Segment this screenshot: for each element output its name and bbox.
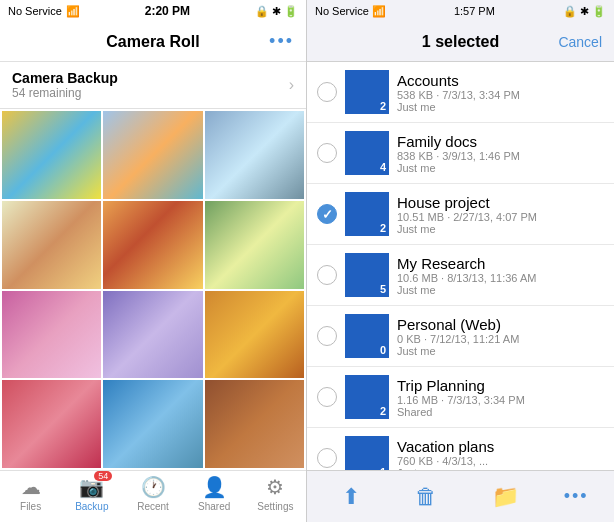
right-toolbar: ⬆ 🗑 📁 ••• — [307, 470, 614, 522]
more-dots-button[interactable]: ••• — [269, 31, 294, 52]
bluetooth-icon: ✱ — [272, 5, 281, 18]
folder-icon-personal-web: 0 — [345, 314, 389, 358]
cancel-button[interactable]: Cancel — [558, 34, 602, 50]
folder-count: 1 — [380, 466, 386, 470]
folder-name: Personal (Web) — [397, 316, 604, 333]
folder-owner: Just me — [397, 284, 604, 296]
tab-backup-label: Backup — [75, 501, 108, 512]
folder-name: My Research — [397, 255, 604, 272]
right-bluetooth-icon: ✱ — [580, 5, 589, 17]
backup-title: Camera Backup — [12, 70, 118, 86]
folder-radio-accounts[interactable] — [317, 82, 337, 102]
right-no-service-label: No Service — [315, 5, 369, 17]
folder-list-item[interactable]: 2Accounts538 KB · 7/3/13, 3:34 PMJust me — [307, 62, 614, 123]
tab-files-label: Files — [20, 501, 41, 512]
folder-radio-vacation-plans[interactable] — [317, 448, 337, 468]
settings-icon: ⚙ — [266, 475, 284, 499]
battery-icon: 🔋 — [284, 5, 298, 18]
lock-icon: 🔒 — [255, 5, 269, 18]
tab-settings[interactable]: ⚙ Settings — [245, 475, 306, 512]
photo-cell[interactable] — [205, 380, 304, 468]
move-button[interactable]: 📁 — [482, 480, 529, 514]
folder-count: 2 — [380, 100, 386, 112]
photo-cell[interactable] — [103, 201, 202, 289]
shared-icon: 👤 — [202, 475, 227, 499]
tab-settings-label: Settings — [257, 501, 293, 512]
folder-list-item[interactable]: 1Vacation plans760 KB · 4/3/13, ...Just … — [307, 428, 614, 470]
tab-shared[interactable]: 👤 Shared — [184, 475, 245, 512]
backup-row[interactable]: Camera Backup 54 remaining › — [0, 62, 306, 109]
right-status-right: 🔒 ✱ 🔋 — [563, 5, 606, 18]
folder-list-item[interactable]: 2Trip Planning1.16 MB · 7/3/13, 3:34 PMS… — [307, 367, 614, 428]
backup-badge: 54 — [94, 471, 112, 481]
folder-owner: Just me — [397, 101, 604, 113]
photo-cell[interactable] — [2, 380, 101, 468]
folder-owner: Shared — [397, 406, 604, 418]
folder-info: Personal (Web)0 KB · 7/12/13, 11:21 AMJu… — [397, 316, 604, 357]
recent-icon: 🕐 — [141, 475, 166, 499]
folder-info: Vacation plans760 KB · 4/3/13, ...Just m… — [397, 438, 604, 471]
folder-radio-personal-web[interactable] — [317, 326, 337, 346]
right-panel: No Service 📶 1:57 PM 🔒 ✱ 🔋 1 selected Ca… — [307, 0, 614, 522]
folder-meta: 1.16 MB · 7/3/13, 3:34 PM — [397, 394, 604, 406]
share-button[interactable]: ⬆ — [332, 480, 370, 514]
folder-radio-family-docs[interactable] — [317, 143, 337, 163]
folder-meta: 538 KB · 7/3/13, 3:34 PM — [397, 89, 604, 101]
folder-list-item[interactable]: 5My Research10.6 MB · 8/13/13, 11:36 AMJ… — [307, 245, 614, 306]
folder-meta: 10.51 MB · 2/27/13, 4:07 PM — [397, 211, 604, 223]
tab-shared-label: Shared — [198, 501, 230, 512]
photo-cell[interactable] — [205, 201, 304, 289]
more-button[interactable]: ••• — [564, 486, 589, 507]
folder-radio-house-project[interactable] — [317, 204, 337, 224]
right-battery-icon: 🔋 — [592, 5, 606, 17]
folder-info: Trip Planning1.16 MB · 7/3/13, 3:34 PMSh… — [397, 377, 604, 418]
photo-cell[interactable] — [2, 201, 101, 289]
camera-roll-title: Camera Roll — [106, 33, 199, 51]
right-nav-bar: 1 selected Cancel — [307, 22, 614, 62]
folder-meta: 0 KB · 7/12/13, 11:21 AM — [397, 333, 604, 345]
photo-cell[interactable] — [205, 111, 304, 199]
tab-files[interactable]: ☁ Files — [0, 475, 61, 512]
folder-icon-house-project: 2 — [345, 192, 389, 236]
delete-button[interactable]: 🗑 — [405, 480, 447, 514]
photo-cell[interactable] — [2, 111, 101, 199]
folder-name: Accounts — [397, 72, 604, 89]
tab-bar: ☁ Files 📷 54 Backup 🕐 Recent 👤 Shared ⚙ … — [0, 470, 306, 522]
right-time: 1:57 PM — [454, 5, 495, 17]
wifi-icon: 📶 — [66, 5, 80, 18]
left-nav-bar: Camera Roll ••• — [0, 22, 306, 62]
folder-list-item[interactable]: 0Personal (Web)0 KB · 7/12/13, 11:21 AMJ… — [307, 306, 614, 367]
photo-grid — [0, 109, 306, 470]
folder-count: 2 — [380, 405, 386, 417]
left-panel: No Service 📶 2:20 PM 🔒 ✱ 🔋 Camera Roll •… — [0, 0, 307, 522]
folder-owner: Just me — [397, 345, 604, 357]
photo-cell[interactable] — [103, 380, 202, 468]
folder-name: Vacation plans — [397, 438, 604, 455]
folder-name: Trip Planning — [397, 377, 604, 394]
folder-icon-accounts: 2 — [345, 70, 389, 114]
folder-count: 2 — [380, 222, 386, 234]
backup-icon: 📷 54 — [79, 475, 104, 499]
folder-owner: Just me — [397, 223, 604, 235]
folder-icon-trip-planning: 2 — [345, 375, 389, 419]
photo-cell[interactable] — [103, 111, 202, 199]
photo-cell[interactable] — [103, 291, 202, 379]
folder-meta: 10.6 MB · 8/13/13, 11:36 AM — [397, 272, 604, 284]
folder-owner: Just me — [397, 162, 604, 174]
photo-cell[interactable] — [2, 291, 101, 379]
folder-icon-family-docs: 4 — [345, 131, 389, 175]
tab-recent-label: Recent — [137, 501, 169, 512]
photo-cell[interactable] — [205, 291, 304, 379]
folder-count: 5 — [380, 283, 386, 295]
tab-recent[interactable]: 🕐 Recent — [122, 475, 183, 512]
folder-list-item[interactable]: 4Family docs838 KB · 3/9/13, 1:46 PMJust… — [307, 123, 614, 184]
folder-radio-my-research[interactable] — [317, 265, 337, 285]
folder-list-item[interactable]: 2House project10.51 MB · 2/27/13, 4:07 P… — [307, 184, 614, 245]
folder-meta: 760 KB · 4/3/13, ... — [397, 455, 604, 467]
folder-radio-trip-planning[interactable] — [317, 387, 337, 407]
tab-backup[interactable]: 📷 54 Backup — [61, 475, 122, 512]
folder-name: Family docs — [397, 133, 604, 150]
no-service-label: No Service — [8, 5, 62, 17]
right-lock-icon: 🔒 — [563, 5, 577, 17]
left-status-right: 🔒 ✱ 🔋 — [255, 5, 298, 18]
